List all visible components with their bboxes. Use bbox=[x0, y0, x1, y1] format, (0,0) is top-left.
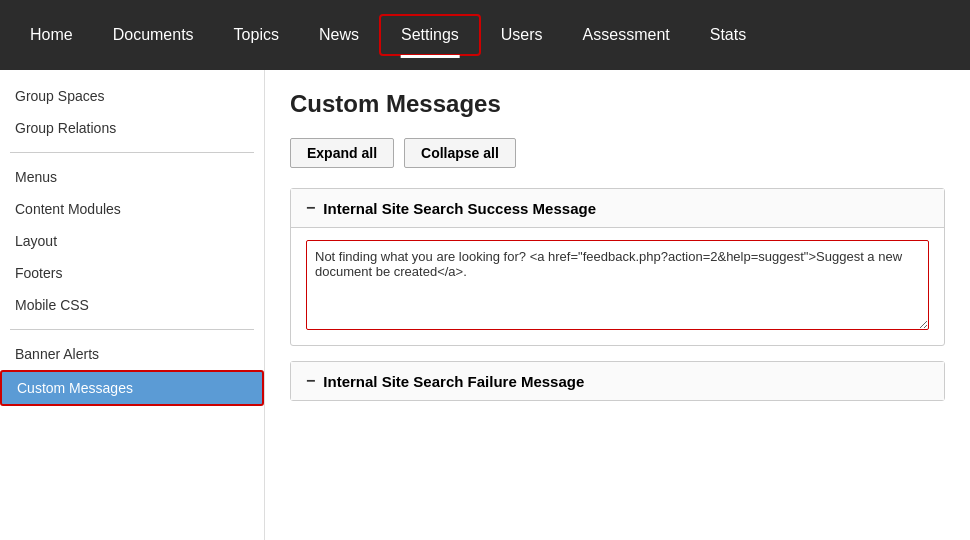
toggle-icon-success: − bbox=[306, 199, 315, 217]
nav-item-topics[interactable]: Topics bbox=[214, 16, 299, 54]
expand-all-button[interactable]: Expand all bbox=[290, 138, 394, 168]
accordion-header-search-success[interactable]: − Internal Site Search Success Message bbox=[291, 189, 944, 227]
sidebar-item-banner-alerts[interactable]: Banner Alerts bbox=[0, 338, 264, 370]
accordion-search-success: − Internal Site Search Success Message N… bbox=[290, 188, 945, 346]
page-title: Custom Messages bbox=[290, 90, 945, 118]
sidebar-item-group-spaces[interactable]: Group Spaces bbox=[0, 80, 264, 112]
action-buttons: Expand all Collapse all bbox=[290, 138, 945, 168]
sidebar-item-layout[interactable]: Layout bbox=[0, 225, 264, 257]
sidebar-item-custom-messages[interactable]: Custom Messages bbox=[0, 370, 264, 406]
toggle-icon-failure: − bbox=[306, 372, 315, 390]
accordion-search-failure: − Internal Site Search Failure Message bbox=[290, 361, 945, 401]
nav-item-settings[interactable]: Settings bbox=[379, 14, 481, 56]
content-area: Custom Messages Expand all Collapse all … bbox=[265, 70, 970, 540]
nav-item-news[interactable]: News bbox=[299, 16, 379, 54]
sidebar-item-mobile-css[interactable]: Mobile CSS bbox=[0, 289, 264, 321]
top-nav: Home Documents Topics News Settings User… bbox=[0, 0, 970, 70]
sidebar-item-content-modules[interactable]: Content Modules bbox=[0, 193, 264, 225]
sidebar-item-group-relations[interactable]: Group Relations bbox=[0, 112, 264, 144]
sidebar: Group Spaces Group Relations Menus Conte… bbox=[0, 70, 265, 540]
sidebar-divider-1 bbox=[10, 152, 254, 153]
accordion-title-search-failure: Internal Site Search Failure Message bbox=[323, 373, 584, 390]
collapse-all-button[interactable]: Collapse all bbox=[404, 138, 516, 168]
sidebar-divider-2 bbox=[10, 329, 254, 330]
accordion-title-search-success: Internal Site Search Success Message bbox=[323, 200, 596, 217]
nav-item-users[interactable]: Users bbox=[481, 16, 563, 54]
accordion-body-search-success: Not finding what you are looking for? <a… bbox=[291, 227, 944, 345]
search-success-textarea[interactable]: Not finding what you are looking for? <a… bbox=[306, 240, 929, 330]
sidebar-item-menus[interactable]: Menus bbox=[0, 161, 264, 193]
nav-item-documents[interactable]: Documents bbox=[93, 16, 214, 54]
accordion-header-search-failure[interactable]: − Internal Site Search Failure Message bbox=[291, 362, 944, 400]
nav-item-home[interactable]: Home bbox=[10, 16, 93, 54]
main-layout: Group Spaces Group Relations Menus Conte… bbox=[0, 70, 970, 540]
nav-item-assessment[interactable]: Assessment bbox=[563, 16, 690, 54]
nav-item-stats[interactable]: Stats bbox=[690, 16, 766, 54]
sidebar-item-footers[interactable]: Footers bbox=[0, 257, 264, 289]
